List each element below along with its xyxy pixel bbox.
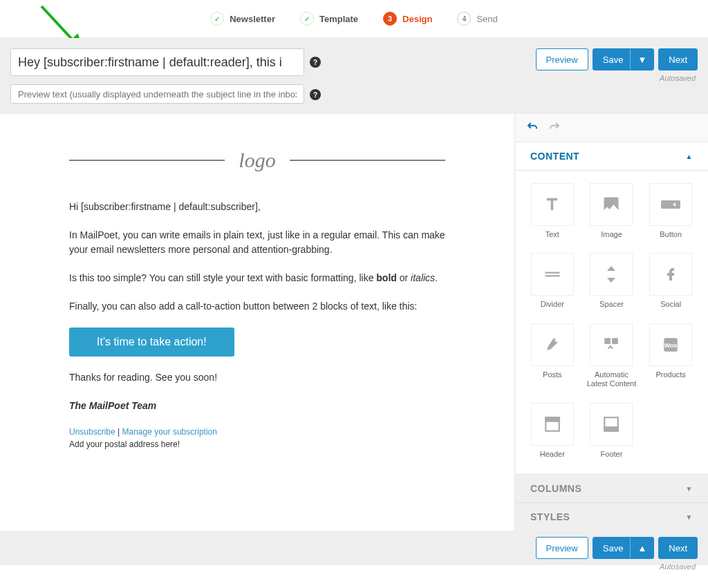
step-check-icon: ✓ xyxy=(210,12,224,26)
postal-address: Add your postal address here! xyxy=(69,439,445,449)
signature: The MailPoet Team xyxy=(69,399,445,413)
widget-social[interactable]: Social xyxy=(644,253,697,312)
step-label: Send xyxy=(476,14,497,24)
svg-point-8 xyxy=(555,339,558,342)
save-button[interactable]: Save ▼ xyxy=(593,48,655,70)
widget-label: Text xyxy=(546,230,559,239)
save-dropdown-caret-icon[interactable]: ▲ xyxy=(630,538,653,558)
subject-input[interactable] xyxy=(10,48,304,76)
widget-image[interactable]: Image xyxy=(586,183,638,242)
panel-title: STYLES xyxy=(530,511,570,522)
divider-icon xyxy=(531,253,574,296)
svg-point-2 xyxy=(606,200,610,203)
expand-icon: ▼ xyxy=(686,513,693,521)
greeting-text: Hi [subscriber:firstname | default:subsc… xyxy=(69,200,445,214)
editor-header: ? ? Preview Save ▼ Next Autosaved xyxy=(0,38,708,114)
svg-rect-16 xyxy=(605,427,619,430)
autosaved-indicator: Autosaved xyxy=(660,562,696,571)
posts-icon xyxy=(531,323,574,366)
help-icon[interactable]: ? xyxy=(310,89,321,100)
svg-marker-7 xyxy=(607,278,615,283)
widget-products[interactable]: WooProducts xyxy=(644,323,697,392)
cta-button[interactable]: It's time to take action! xyxy=(69,328,234,357)
spacer-icon xyxy=(590,253,633,296)
undo-icon[interactable] xyxy=(526,121,539,135)
svg-rect-10 xyxy=(613,338,619,344)
step-label: Newsletter xyxy=(230,14,275,24)
thanks-text: Thanks for reading. See you soon! xyxy=(69,370,445,385)
editor-footer: Preview Save ▲ Next Autosaved xyxy=(0,531,708,565)
widget-divider[interactable]: Divider xyxy=(526,253,579,312)
panel-title: COLUMNS xyxy=(530,483,581,494)
svg-marker-6 xyxy=(607,266,615,271)
widget-alc[interactable]: Automatic Latest Content xyxy=(586,323,638,392)
logo-text: logo xyxy=(225,149,289,172)
svg-rect-3 xyxy=(661,200,680,209)
help-icon[interactable]: ? xyxy=(310,57,321,68)
svg-rect-9 xyxy=(605,338,611,344)
save-dropdown-caret-icon[interactable]: ▼ xyxy=(630,49,653,70)
panel-content-header[interactable]: CONTENT ▲ xyxy=(515,142,708,171)
save-label: Save xyxy=(603,543,624,553)
panel-title: CONTENT xyxy=(530,151,579,162)
paragraph: Finally, you can also add a call-to-acti… xyxy=(69,299,445,314)
button-icon xyxy=(649,183,692,226)
step-send[interactable]: 4 Send xyxy=(445,12,510,26)
autosaved-indicator: Autosaved xyxy=(660,74,696,82)
text-icon xyxy=(531,183,574,226)
save-label: Save xyxy=(603,55,624,65)
email-body[interactable]: Hi [subscriber:firstname | default:subsc… xyxy=(69,200,445,449)
image-icon xyxy=(590,183,633,226)
expand-icon: ▼ xyxy=(686,485,693,493)
widget-spacer[interactable]: Spacer xyxy=(586,253,638,312)
widget-label: Divider xyxy=(541,300,564,309)
step-template[interactable]: ✓ Template xyxy=(288,12,371,26)
widget-label: Spacer xyxy=(599,300,624,309)
editor-sidebar: CONTENT ▲ TextImageButtonDividerSpacerSo… xyxy=(514,114,708,531)
save-button[interactable]: Save ▲ xyxy=(593,537,655,559)
redo-icon[interactable] xyxy=(548,121,561,135)
step-design[interactable]: 3 Design xyxy=(371,12,445,26)
widget-label: Automatic Latest Content xyxy=(586,370,638,388)
paragraph: In MailPoet, you can write emails in pla… xyxy=(69,228,445,257)
step-number-icon: 4 xyxy=(457,12,471,26)
widget-label: Posts xyxy=(543,370,562,379)
footer-icon xyxy=(590,403,633,446)
manage-subscription-link[interactable]: Manage your subscription xyxy=(122,427,217,437)
preview-text-input[interactable] xyxy=(10,84,304,104)
wizard-steps: ✓ Newsletter ✓ Template 3 Design 4 Send xyxy=(0,0,708,38)
divider-line xyxy=(69,160,225,161)
email-canvas[interactable]: logo Hi [subscriber:firstname | default:… xyxy=(0,114,514,531)
step-number-icon: 3 xyxy=(383,12,397,26)
widget-text[interactable]: Text xyxy=(526,183,579,242)
widget-button[interactable]: Button xyxy=(644,183,697,242)
widget-posts[interactable]: Posts xyxy=(526,323,579,392)
step-newsletter[interactable]: ✓ Newsletter xyxy=(198,12,288,26)
products-icon: Woo xyxy=(649,323,692,366)
paragraph: Is this too simple? You can still style … xyxy=(69,271,445,285)
social-icon xyxy=(649,253,692,296)
svg-rect-14 xyxy=(546,417,559,421)
next-button[interactable]: Next xyxy=(658,48,698,70)
widget-label: Social xyxy=(660,300,681,309)
preview-button[interactable]: Preview xyxy=(536,537,588,559)
next-button[interactable]: Next xyxy=(658,537,698,559)
footer-links: Unsubscribe | Manage your subscription xyxy=(69,427,445,437)
collapse-icon: ▲ xyxy=(686,153,693,160)
header-icon xyxy=(531,403,574,446)
widget-label: Products xyxy=(655,370,685,379)
widget-label: Footer xyxy=(601,450,623,459)
content-widgets-grid: TextImageButtonDividerSpacerSocialPostsA… xyxy=(515,171,708,474)
unsubscribe-link[interactable]: Unsubscribe xyxy=(69,427,115,437)
svg-text:Woo: Woo xyxy=(664,342,678,349)
widget-header[interactable]: Header xyxy=(526,403,579,462)
panel-styles-header[interactable]: STYLES ▼ xyxy=(515,502,708,531)
preview-button[interactable]: Preview xyxy=(536,48,588,70)
logo-block[interactable]: logo xyxy=(69,149,445,172)
widget-footer[interactable]: Footer xyxy=(586,403,638,462)
widget-label: Header xyxy=(540,450,565,459)
widget-label: Button xyxy=(660,230,682,239)
panel-columns-header[interactable]: COLUMNS ▼ xyxy=(515,474,708,502)
step-label: Design xyxy=(402,14,432,24)
alc-icon xyxy=(590,323,633,366)
